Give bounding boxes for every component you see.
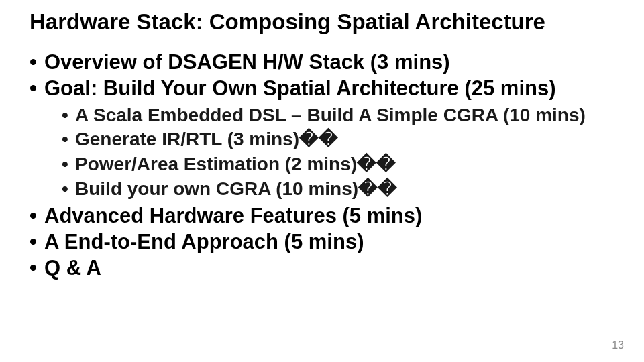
bullet-item: Q & A (30, 255, 644, 282)
slide: Hardware Stack: Composing Spatial Archit… (0, 0, 644, 362)
bullet-item: Goal: Build Your Own Spatial Architectur… (30, 76, 644, 202)
bullet-item: Advanced Hardware Features (5 mins) (30, 203, 644, 229)
bullet-item: A End-to-End Approach (5 mins) (30, 229, 644, 255)
bullet-item: Overview of DSAGEN H/W Stack (3 mins) (30, 50, 644, 76)
bullet-text: Goal: Build Your Own Spatial Architectur… (44, 76, 556, 100)
page-number: 13 (612, 339, 624, 351)
slide-title: Hardware Stack: Composing Spatial Archit… (30, 9, 644, 35)
bullet-subitem: Build your own CGRA (10 mins)�� (62, 177, 644, 202)
bullet-list-level1: Overview of DSAGEN H/W Stack (3 mins) Go… (30, 50, 644, 282)
bullet-subitem: A Scala Embedded DSL – Build A Simple CG… (62, 103, 644, 128)
bullet-subitem: Power/Area Estimation (2 mins)�� (62, 152, 644, 177)
bullet-subitem: Generate IR/RTL (3 mins)�� (62, 127, 644, 152)
bullet-list-level2: A Scala Embedded DSL – Build A Simple CG… (62, 103, 644, 202)
